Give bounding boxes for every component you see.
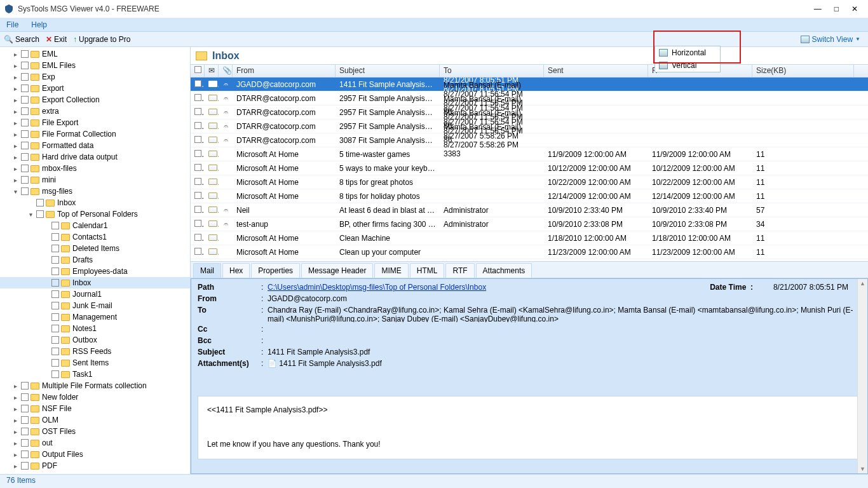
- mail-row[interactable]: 𝄐NeilAt least 6 dead in blast at Ch...Ad…: [191, 203, 868, 217]
- tree-checkbox[interactable]: [21, 62, 29, 69]
- tree-checkbox[interactable]: [21, 119, 29, 126]
- tree-checkbox[interactable]: [21, 451, 29, 458]
- tree-item[interactable]: Notes1: [0, 323, 190, 334]
- tree-checkbox[interactable]: [21, 165, 29, 172]
- mail-row[interactable]: Microsoft At HomeClean Machine1/18/2010 …: [191, 231, 868, 245]
- tree-checkbox[interactable]: [21, 96, 29, 104]
- tree-item[interactable]: Sent Items: [0, 357, 190, 369]
- expand-icon[interactable]: ▸: [11, 62, 19, 69]
- close-button[interactable]: ✕: [851, 4, 858, 13]
- row-checkbox[interactable]: [194, 94, 201, 101]
- menu-help[interactable]: Help: [31, 20, 47, 29]
- switch-vertical[interactable]: Vertical: [655, 59, 720, 72]
- expand-icon[interactable]: ▸: [11, 74, 19, 81]
- toolbar-upgrade[interactable]: ↑Upgrade to Pro: [73, 35, 130, 44]
- tree-item[interactable]: Management: [0, 311, 190, 323]
- col-sent[interactable]: Sent: [544, 65, 648, 77]
- tree-item[interactable]: ▸Export Collection: [0, 94, 190, 105]
- tree-item[interactable]: ▸Exp: [0, 71, 190, 83]
- toolbar-search[interactable]: 🔍Search: [4, 35, 39, 44]
- tree-item[interactable]: ▸File Export: [0, 117, 190, 128]
- tree-item[interactable]: Inbox: [0, 197, 190, 208]
- tree-checkbox[interactable]: [21, 142, 29, 149]
- tree-checkbox[interactable]: [21, 153, 29, 161]
- tree-checkbox[interactable]: [51, 359, 59, 367]
- switch-horizontal[interactable]: Horizontal: [655, 46, 720, 59]
- tree-item[interactable]: Contacts1: [0, 231, 190, 243]
- col-to[interactable]: To: [440, 65, 544, 77]
- row-checkbox[interactable]: [194, 80, 201, 87]
- tree-item[interactable]: ▸New folder: [0, 391, 190, 403]
- row-checkbox[interactable]: [194, 136, 201, 143]
- folder-tree[interactable]: ▸EML▸EML Files▸Exp▸Export▸Export Collect…: [0, 47, 191, 474]
- tree-item[interactable]: ▸OST Files: [0, 426, 190, 437]
- expand-icon[interactable]: ▸: [11, 119, 19, 126]
- tree-checkbox[interactable]: [36, 210, 44, 218]
- tree-item[interactable]: ▸mini: [0, 174, 190, 186]
- tree-item[interactable]: Task1: [0, 369, 190, 380]
- expand-icon[interactable]: ▾: [27, 211, 34, 218]
- tab-html[interactable]: HTML: [410, 263, 445, 278]
- minimize-button[interactable]: —: [814, 4, 822, 13]
- row-checkbox[interactable]: [194, 108, 201, 115]
- path-value[interactable]: C:\Users\admin\Desktop\msg-files\Top of …: [268, 283, 486, 292]
- tree-checkbox[interactable]: [21, 382, 29, 390]
- menu-file[interactable]: File: [6, 20, 18, 29]
- col-size[interactable]: Size(KB): [752, 65, 854, 77]
- tree-checkbox[interactable]: [51, 370, 59, 378]
- tree-checkbox[interactable]: [21, 428, 29, 435]
- row-checkbox[interactable]: [194, 192, 201, 199]
- tree-checkbox[interactable]: [51, 279, 59, 287]
- expand-icon[interactable]: ▸: [11, 440, 19, 447]
- maximize-button[interactable]: □: [834, 4, 839, 13]
- expand-icon[interactable]: ▸: [11, 97, 19, 104]
- tree-checkbox[interactable]: [51, 222, 59, 229]
- tree-item[interactable]: ▸extra: [0, 105, 190, 117]
- mail-row[interactable]: 𝄐test-anupBP, other firms facing 300 la.…: [191, 217, 868, 231]
- tree-checkbox[interactable]: [21, 416, 29, 424]
- mail-row[interactable]: Microsoft At Home8 tips for great photos…: [191, 175, 868, 189]
- expand-icon[interactable]: ▸: [11, 451, 19, 458]
- tree-item[interactable]: ▸mbox-files: [0, 163, 190, 174]
- row-checkbox[interactable]: [194, 234, 201, 241]
- tree-item[interactable]: Journal1: [0, 288, 190, 300]
- tree-checkbox[interactable]: [21, 130, 29, 138]
- tree-checkbox[interactable]: [21, 187, 29, 195]
- expand-icon[interactable]: ▸: [11, 383, 19, 390]
- mail-row[interactable]: 𝄐DTARR@catocorp.com3087 Fit Sample Analy…: [191, 133, 868, 147]
- tree-item[interactable]: ▸out: [0, 437, 190, 449]
- row-checkbox[interactable]: [194, 164, 201, 171]
- expand-icon[interactable]: ▸: [11, 131, 19, 138]
- row-checkbox[interactable]: [194, 220, 201, 227]
- expand-icon[interactable]: ▸: [11, 108, 19, 115]
- tree-checkbox[interactable]: [51, 348, 59, 355]
- expand-icon[interactable]: ▸: [11, 51, 19, 58]
- expand-icon[interactable]: ▸: [11, 394, 19, 401]
- tree-item[interactable]: ▸OLM: [0, 414, 190, 426]
- col-checkbox[interactable]: [191, 65, 205, 77]
- tree-item[interactable]: ▸EML: [0, 48, 190, 60]
- expand-icon[interactable]: ▸: [11, 177, 19, 184]
- tree-item[interactable]: Inbox: [0, 277, 190, 288]
- attach-value[interactable]: 📄 1411 Fit Sample Analysis3.pdf: [268, 359, 861, 368]
- tree-item[interactable]: ▸EML Files: [0, 60, 190, 71]
- tree-item[interactable]: Calendar1: [0, 220, 190, 231]
- tree-checkbox[interactable]: [21, 50, 29, 58]
- tree-item[interactable]: ▸Multiple File Formats collection: [0, 380, 190, 391]
- switch-view-button[interactable]: Switch View ▼: [797, 34, 864, 45]
- col-from[interactable]: From: [233, 65, 336, 77]
- tree-checkbox[interactable]: [51, 313, 59, 321]
- col-attachment-icon[interactable]: 📎: [219, 65, 233, 77]
- expand-icon[interactable]: ▾: [11, 188, 19, 195]
- tree-checkbox[interactable]: [51, 290, 59, 298]
- grid-body[interactable]: 𝄐JGADD@catocorp.com1411 Fit Sample Analy…: [191, 78, 868, 262]
- tree-checkbox[interactable]: [51, 325, 59, 332]
- tree-checkbox[interactable]: [21, 176, 29, 184]
- tree-item[interactable]: Outbox: [0, 334, 190, 346]
- tree-item[interactable]: ▸Formatted data: [0, 140, 190, 151]
- tree-checkbox[interactable]: [51, 268, 59, 275]
- expand-icon[interactable]: ▸: [11, 463, 19, 470]
- tree-checkbox[interactable]: [51, 233, 59, 241]
- expand-icon[interactable]: ▸: [11, 405, 19, 412]
- tab-message-header[interactable]: Message Header: [301, 263, 373, 278]
